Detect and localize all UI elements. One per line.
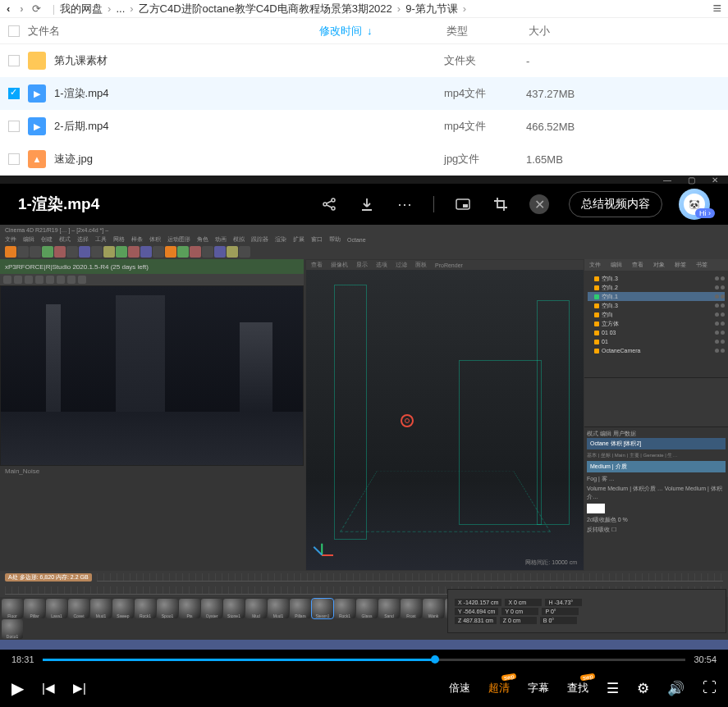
svg-line-4 bbox=[327, 205, 332, 208]
sort-arrow-icon: ↓ bbox=[367, 25, 373, 37]
file-checkbox[interactable] bbox=[8, 55, 20, 66]
breadcrumb-item[interactable]: 9-第九节课 bbox=[405, 2, 458, 16]
player-controls: ▶ |◀ ▶| 倍速 超清 swp 字幕 查找 swp ☰ ⚙ 🔊 ⛶ bbox=[0, 669, 728, 707]
svg-rect-6 bbox=[463, 204, 468, 208]
back-button[interactable]: ‹ bbox=[7, 2, 10, 15]
file-checkbox[interactable] bbox=[8, 121, 20, 132]
file-checkbox[interactable] bbox=[8, 153, 20, 165]
file-list-header: 文件名 修改时间 ↓ 类型 大小 bbox=[0, 18, 728, 44]
col-time-label: 修改时间 bbox=[319, 24, 362, 39]
c4d-object-tree: 空白.3空白.2空白.1空白.3空白立方体01 0301OctaneCamera bbox=[584, 271, 728, 377]
file-row[interactable]: ▶ 1-渲染.mp4 mp4文件 437.27MB bbox=[0, 77, 728, 110]
file-type: 文件夹 bbox=[444, 53, 526, 68]
file-row[interactable]: ▶ 2-后期.mp4 mp4文件 466.52MB bbox=[0, 110, 728, 143]
swp-badge: swp bbox=[579, 673, 595, 681]
col-size[interactable]: 大小 bbox=[529, 24, 720, 39]
video-icon: ▶ bbox=[28, 117, 46, 135]
file-row[interactable]: 第九课素材 文件夹 - bbox=[0, 44, 728, 77]
file-size: 437.27MB bbox=[526, 88, 720, 100]
search-button[interactable]: 查找 swp bbox=[567, 681, 588, 696]
video-player: — ▢ ✕ 1-渲染.mp4 ⋯ ✕ 总结视频内容 🐼 Hi › bbox=[0, 176, 728, 707]
c4d-render-preview bbox=[0, 285, 304, 466]
close-player-button[interactable]: ✕ bbox=[529, 194, 549, 214]
svg-point-2 bbox=[332, 207, 335, 210]
svg-point-0 bbox=[323, 203, 327, 206]
volume-icon[interactable]: 🔊 bbox=[667, 680, 685, 697]
file-name: 2-后期.mp4 bbox=[54, 119, 317, 134]
progress-thumb[interactable] bbox=[431, 655, 439, 664]
summarize-button[interactable]: 总结视频内容 bbox=[569, 191, 662, 217]
settings-icon[interactable]: ⚙ bbox=[637, 680, 649, 697]
crop-icon[interactable] bbox=[492, 195, 510, 213]
c4d-render-toolbar bbox=[0, 274, 304, 285]
more-icon[interactable]: ⋯ bbox=[396, 195, 414, 213]
timeline-ticks bbox=[97, 573, 723, 582]
time-total: 30:54 bbox=[694, 655, 717, 664]
viewport-target-icon bbox=[401, 414, 414, 427]
player-header: 1-渲染.mp4 ⋯ ✕ 总结视频内容 🐼 Hi › bbox=[0, 184, 728, 225]
quality-button[interactable]: 超清 swp bbox=[488, 681, 510, 696]
window-controls: — ▢ ✕ bbox=[0, 176, 728, 184]
attr-mode: 模式 编辑 用户数据 bbox=[587, 430, 726, 438]
progress-fill bbox=[43, 659, 435, 661]
c4d-viewport-menu: 查看摄像机显示选项过滤面板ProRender bbox=[306, 260, 584, 270]
file-size: - bbox=[526, 55, 720, 67]
breadcrumb-item[interactable]: ... bbox=[116, 2, 125, 15]
time-current: 18:31 bbox=[11, 655, 34, 664]
file-row[interactable]: ▲ 速迹.jpg jpg文件 1.65MB bbox=[0, 143, 728, 176]
c4d-attributes: 模式 编辑 用户数据 Octane 体积 [体积2] 基本 | 坐标 | Mai… bbox=[584, 426, 728, 571]
share-icon[interactable] bbox=[320, 195, 338, 213]
play-button[interactable]: ▶ bbox=[11, 678, 24, 698]
c4d-render-tab: xP3RFORCE|R|Studio 2020.1.5-R4 (25 days … bbox=[0, 259, 304, 274]
breadcrumb-sep: › bbox=[130, 2, 133, 15]
col-name[interactable]: 文件名 bbox=[28, 24, 319, 39]
image-icon: ▲ bbox=[28, 150, 46, 168]
quality-label: 超清 bbox=[488, 682, 510, 694]
attr-tabs: 基本 | 坐标 | Main | 主要 | Generate | 生… bbox=[587, 452, 726, 459]
attr-subtitle: Medium | 介质 bbox=[587, 461, 726, 472]
close-window-button[interactable]: ✕ bbox=[712, 176, 718, 185]
speed-button[interactable]: 倍速 bbox=[449, 681, 470, 696]
c4d-titlebar: Cinema 4D R21/R19 [… ] – [2x4.c4d *] – bbox=[0, 225, 728, 235]
avatar[interactable]: 🐼 Hi › bbox=[679, 189, 710, 220]
file-type: jpg文件 bbox=[444, 152, 526, 166]
pip-icon[interactable] bbox=[454, 195, 472, 213]
file-checkbox[interactable] bbox=[8, 88, 20, 99]
timeline-stat: A处 多边形: 6,820 内存: 2.2 GB bbox=[5, 573, 92, 582]
svg-point-1 bbox=[332, 198, 335, 202]
breadcrumb-sep: › bbox=[397, 2, 401, 15]
menu-button[interactable]: ≡ bbox=[712, 0, 721, 17]
c4d-right-panel: 文件编辑查看对象标签书签 空白.3空白.2空白.1空白.3空白立方体01 030… bbox=[584, 259, 728, 571]
nav-arrows: ‹ › bbox=[7, 2, 24, 15]
select-all-checkbox[interactable] bbox=[8, 25, 20, 37]
file-name: 速迹.jpg bbox=[54, 152, 317, 166]
forward-button[interactable]: › bbox=[20, 2, 23, 15]
refresh-button[interactable]: ⟳ bbox=[32, 2, 41, 15]
video-content[interactable]: Cinema 4D R21/R19 [… ] – [2x4.c4d *] – 文… bbox=[0, 225, 728, 650]
file-name: 第九课素材 bbox=[54, 53, 317, 68]
file-list: 第九课素材 文件夹 - ▶ 1-渲染.mp4 mp4文件 437.27MB ▶ … bbox=[0, 44, 728, 176]
c4d-coordinates: X -1420.157 cmX 0 cmH -34.73° Y -564.694… bbox=[447, 589, 726, 633]
col-type[interactable]: 类型 bbox=[446, 24, 529, 39]
prev-button[interactable]: |◀ bbox=[42, 681, 55, 696]
breadcrumb: 我的网盘 › ... › 乙方C4D进阶octane教学C4D电商教程场景第3期… bbox=[60, 2, 712, 16]
next-button[interactable]: ▶| bbox=[73, 681, 86, 696]
attr-row: 反转吸收 ☐ bbox=[587, 525, 726, 535]
file-size: 466.52MB bbox=[526, 121, 720, 133]
c4d-left-panel: xP3RFORCE|R|Studio 2020.1.5-R4 (25 days … bbox=[0, 259, 304, 571]
subtitle-button[interactable]: 字幕 bbox=[528, 681, 549, 696]
playlist-icon[interactable]: ☰ bbox=[607, 680, 619, 697]
hi-badge: Hi › bbox=[695, 208, 715, 218]
col-time[interactable]: 修改时间 ↓ bbox=[319, 24, 446, 39]
download-icon[interactable] bbox=[358, 195, 376, 213]
minimize-button[interactable]: — bbox=[663, 176, 671, 185]
file-type: mp4文件 bbox=[444, 119, 526, 134]
c4d-viewport: 查看摄像机显示选项过滤面板ProRender 网格间距: 10000 cm bbox=[305, 259, 584, 571]
breadcrumb-item[interactable]: 乙方C4D进阶octane教学C4D电商教程场景第3期2022 bbox=[139, 2, 392, 16]
nav-divider: | bbox=[53, 2, 55, 15]
video-icon: ▶ bbox=[28, 84, 46, 103]
progress-bar[interactable] bbox=[43, 659, 686, 661]
maximize-button[interactable]: ▢ bbox=[688, 176, 695, 185]
fullscreen-icon[interactable]: ⛶ bbox=[703, 680, 717, 696]
breadcrumb-item[interactable]: 我的网盘 bbox=[60, 2, 103, 16]
